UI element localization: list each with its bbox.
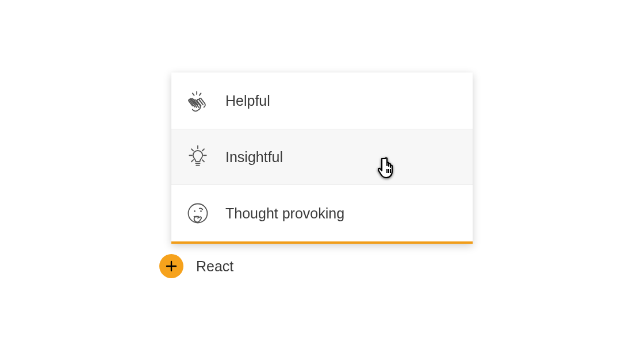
svg-line-1 (193, 93, 194, 95)
reaction-menu: Helpful Insightful (171, 72, 473, 244)
svg-line-10 (191, 160, 193, 162)
menu-item-insightful[interactable]: Insightful (171, 129, 473, 185)
svg-point-12 (189, 204, 208, 223)
thinking-icon (185, 201, 210, 226)
svg-line-11 (202, 160, 204, 162)
svg-line-8 (191, 149, 193, 151)
react-button[interactable]: React (159, 254, 233, 278)
menu-item-helpful[interactable]: Helpful (171, 72, 473, 129)
svg-point-13 (194, 210, 195, 212)
menu-item-label: Thought provoking (225, 205, 344, 222)
menu-item-label: Insightful (225, 149, 283, 166)
clap-icon (185, 88, 210, 113)
menu-item-label: Helpful (225, 93, 270, 109)
react-button-label: React (196, 258, 233, 275)
plus-icon (159, 254, 183, 278)
lightbulb-icon (185, 144, 210, 170)
stage: Helpful Insightful (0, 0, 644, 361)
svg-line-2 (200, 93, 201, 95)
svg-point-14 (200, 210, 202, 212)
menu-item-thought-provoking[interactable]: Thought provoking (171, 185, 473, 241)
svg-line-9 (202, 149, 204, 151)
